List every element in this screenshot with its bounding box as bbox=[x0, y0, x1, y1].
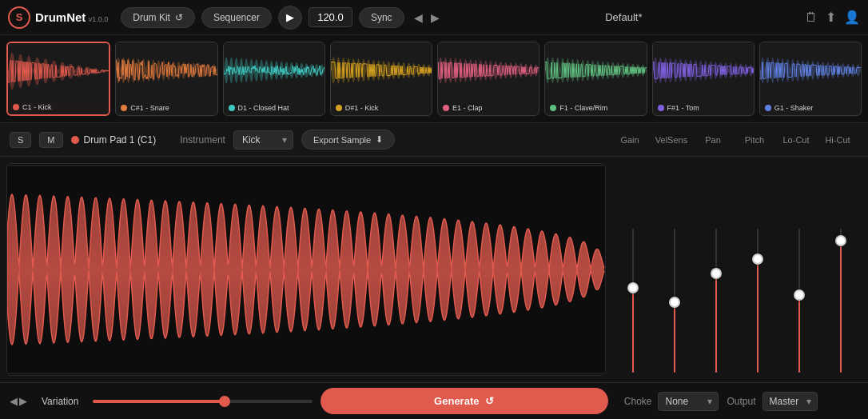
slider-thumb-pan[interactable] bbox=[711, 268, 722, 279]
slider-track-locut bbox=[798, 229, 800, 373]
main-area bbox=[0, 157, 868, 382]
user-icon[interactable]: 👤 bbox=[844, 10, 860, 25]
generate-button[interactable]: Generate ↺ bbox=[321, 388, 608, 414]
drum-pads-row: C1 - KickC#1 - SnareD1 - Closed HatD#1 -… bbox=[0, 35, 868, 123]
drum-pad-pad-e1[interactable]: E1 - Clap bbox=[437, 42, 540, 116]
pad-color-dot bbox=[658, 105, 664, 111]
choke-select-wrapper: NoneGroup 1Group 2Group 3 bbox=[658, 392, 719, 411]
instrument-select-wrapper: KickSnareHi-HatClapTomRimShaker bbox=[233, 130, 293, 150]
output-select[interactable]: MasterBus 1Bus 2Bus 3 bbox=[762, 392, 818, 411]
notes-icon[interactable]: 🗒 bbox=[805, 10, 818, 25]
variation-thumb bbox=[219, 396, 230, 407]
instrument-label: Instrument bbox=[180, 134, 225, 146]
sequencer-button[interactable]: Sequencer bbox=[201, 7, 272, 28]
slider-col-pitch[interactable] bbox=[739, 229, 776, 373]
prev-arrow[interactable]: ◀ bbox=[411, 10, 426, 26]
choke-label: Choke bbox=[624, 396, 652, 407]
slider-thumb-velsens[interactable] bbox=[669, 297, 680, 308]
slider-col-velsens[interactable] bbox=[656, 229, 693, 373]
export-icon: ⬇ bbox=[376, 134, 383, 145]
drum-pad-pad-d1s[interactable]: D#1 - Kick bbox=[330, 42, 432, 116]
drum-pad-waveform-4 bbox=[438, 42, 540, 98]
solo-button[interactable]: S bbox=[10, 132, 31, 148]
slider-col-gain[interactable] bbox=[615, 229, 651, 373]
play-button[interactable]: ▶ bbox=[278, 6, 302, 30]
bottom-bar: ◀ ▶ Variation Generate ↺ Choke NoneGroup… bbox=[0, 382, 868, 419]
drum-pad-pad-f1s[interactable]: F#1 - Tom bbox=[652, 42, 755, 116]
choke-select[interactable]: NoneGroup 1Group 2Group 3 bbox=[658, 392, 719, 411]
bpm-display[interactable]: 120.0 bbox=[309, 7, 352, 27]
preset-name: Default* bbox=[449, 11, 798, 23]
drum-pad-waveform-7 bbox=[760, 42, 862, 98]
active-dot bbox=[71, 136, 79, 144]
slider-col-pan[interactable] bbox=[698, 229, 735, 373]
pad-color-dot bbox=[336, 105, 342, 111]
drum-pad-pad-g1[interactable]: G1 - Shaker bbox=[759, 42, 862, 116]
drum-pad-waveform-2 bbox=[224, 42, 325, 98]
mute-button[interactable]: M bbox=[39, 132, 62, 148]
next-arrow[interactable]: ▶ bbox=[428, 10, 443, 26]
pad-color-dot bbox=[443, 105, 449, 111]
app-logo: S DrumNet v1.0.0 bbox=[8, 6, 108, 29]
output-select-wrapper: MasterBus 1Bus 2Bus 3 bbox=[762, 392, 818, 411]
play-icon: ▶ bbox=[286, 11, 294, 23]
instrument-select[interactable]: KickSnareHi-HatClapTomRimShaker bbox=[233, 130, 293, 150]
slider-thumb-hicut[interactable] bbox=[835, 235, 846, 246]
sliders-row bbox=[612, 229, 862, 373]
drum-pad-waveform-6 bbox=[653, 42, 755, 98]
drum-pad-pad-f1[interactable]: F1 - Clave/Rim bbox=[544, 42, 647, 116]
sync-button[interactable]: Sync bbox=[359, 7, 404, 28]
bottom-next-arrow[interactable]: ▶ bbox=[19, 395, 27, 407]
slider-track-pan bbox=[715, 229, 717, 373]
download-icon[interactable]: ⬆ bbox=[826, 10, 836, 25]
slider-col-hicut[interactable] bbox=[822, 229, 859, 373]
drum-pad-label-5: F1 - Clave/Rim bbox=[550, 104, 607, 112]
sliders-panel bbox=[612, 157, 868, 382]
bottom-arrows: ◀ ▶ bbox=[10, 395, 27, 407]
drum-pad-pad-c1[interactable]: C1 - Kick bbox=[6, 42, 110, 116]
slider-fill-hicut bbox=[840, 246, 842, 373]
instrument-controls: S M Drum Pad 1 (C1) Instrument KickSnare… bbox=[0, 123, 868, 157]
slider-fill-locut bbox=[798, 301, 800, 373]
drum-pad-label-1: C#1 - Snare bbox=[121, 104, 169, 112]
drum-pad-label-0: C1 - Kick bbox=[13, 103, 52, 111]
slider-thumb-locut[interactable] bbox=[794, 289, 805, 301]
slider-col-locut[interactable] bbox=[781, 229, 818, 373]
output-label: Output bbox=[727, 396, 755, 407]
nav-arrows: ◀ ▶ bbox=[411, 10, 443, 26]
generate-icon: ↺ bbox=[485, 395, 494, 407]
drum-pad-title: Drum Pad 1 (C1) bbox=[71, 134, 157, 146]
slider-thumb-pitch[interactable] bbox=[752, 253, 763, 265]
knob-label-pitch: Pitch bbox=[734, 135, 775, 145]
drum-pad-pad-d1[interactable]: D1 - Closed Hat bbox=[223, 42, 325, 116]
topbar: S DrumNet v1.0.0 Drum Kit ↺ Sequencer ▶ … bbox=[0, 0, 868, 35]
knob-label-lo-cut: Lo-Cut bbox=[775, 135, 817, 145]
export-sample-button[interactable]: Export Sample ⬇ bbox=[301, 130, 395, 150]
drum-kit-button[interactable]: Drum Kit ↺ bbox=[121, 7, 195, 28]
main-waveform-canvas bbox=[7, 164, 605, 375]
choke-section: Choke NoneGroup 1Group 2Group 3 bbox=[624, 392, 719, 411]
slider-fill-pitch bbox=[757, 265, 759, 373]
drum-pad-pad-c1s[interactable]: C#1 - Snare bbox=[115, 42, 217, 116]
pad-color-dot bbox=[765, 105, 771, 111]
pad-color-dot bbox=[550, 105, 556, 111]
knob-label-gain: Gain bbox=[609, 135, 651, 145]
slider-track-velsens bbox=[674, 229, 675, 373]
drum-pad-label-6: F#1 - Tom bbox=[658, 104, 699, 112]
slider-track-gain bbox=[632, 229, 634, 373]
drum-pad-waveform-5 bbox=[545, 42, 647, 98]
slider-fill-velsens bbox=[674, 308, 675, 373]
variation-slider[interactable] bbox=[93, 400, 312, 403]
slider-fill-gain bbox=[632, 293, 634, 373]
drum-pad-label-7: G1 - Shaker bbox=[765, 104, 814, 112]
drum-pad-waveform-1 bbox=[116, 42, 217, 98]
drum-pad-label-2: D1 - Closed Hat bbox=[229, 104, 289, 112]
drum-pad-label-4: E1 - Clap bbox=[443, 104, 483, 112]
drum-pad-waveform-0 bbox=[8, 43, 110, 99]
slider-thumb-gain[interactable] bbox=[627, 282, 639, 293]
output-section: Output MasterBus 1Bus 2Bus 3 bbox=[727, 392, 817, 411]
topbar-icons: 🗒 ⬆ 👤 bbox=[805, 10, 860, 25]
logo-icon: S bbox=[8, 6, 30, 29]
bottom-prev-arrow[interactable]: ◀ bbox=[10, 395, 18, 407]
drum-pad-label-3: D#1 - Kick bbox=[336, 104, 379, 112]
